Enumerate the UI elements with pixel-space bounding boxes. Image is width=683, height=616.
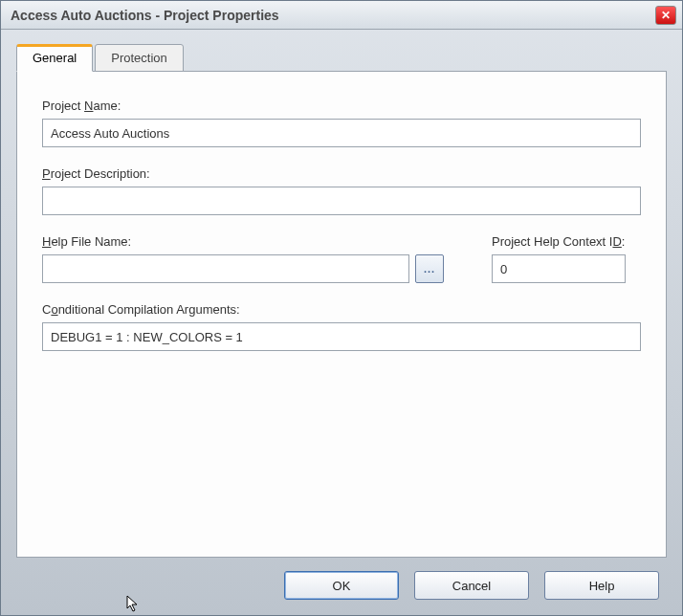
- tab-general[interactable]: General: [16, 44, 93, 72]
- client-area: General Protection Project Name: Project…: [1, 30, 682, 615]
- context-id-field: Project Help Context ID:: [492, 234, 626, 283]
- context-id-input[interactable]: [492, 254, 626, 283]
- cond-comp-field: Conditional Compilation Arguments:: [42, 302, 641, 351]
- ok-button[interactable]: OK: [284, 571, 399, 600]
- help-button[interactable]: Help: [544, 571, 659, 600]
- cond-comp-label: Conditional Compilation Arguments:: [42, 302, 641, 317]
- project-description-input[interactable]: [42, 187, 641, 215]
- browse-button[interactable]: ...: [415, 254, 444, 283]
- project-name-input[interactable]: [42, 119, 641, 147]
- tab-strip: General Protection: [16, 43, 667, 71]
- tab-protection[interactable]: Protection: [95, 44, 184, 72]
- help-file-field: Help File Name: ...: [42, 234, 444, 283]
- close-icon: ✕: [661, 9, 671, 22]
- close-button[interactable]: ✕: [655, 6, 676, 25]
- project-description-label: Project Description:: [42, 166, 641, 181]
- cancel-button[interactable]: Cancel: [414, 571, 529, 600]
- ellipsis-icon: ...: [424, 263, 435, 275]
- tab-label: Protection: [111, 51, 167, 65]
- context-id-label: Project Help Context ID:: [492, 234, 626, 249]
- window-title: Access Auto Auctions - Project Propertie…: [11, 8, 279, 23]
- cond-comp-input[interactable]: [42, 322, 641, 351]
- help-row: Help File Name: ... Project Help Context…: [42, 234, 641, 283]
- help-file-input[interactable]: [42, 254, 409, 283]
- button-bar: OK Cancel Help: [16, 558, 667, 604]
- help-file-label: Help File Name:: [42, 234, 444, 249]
- tab-label: General: [33, 51, 77, 65]
- project-name-label: Project Name:: [42, 99, 641, 113]
- project-name-field: Project Name:: [42, 99, 641, 147]
- dialog-window: Access Auto Auctions - Project Propertie…: [0, 0, 683, 616]
- tab-panel-general: Project Name: Project Description: Help …: [16, 71, 667, 558]
- titlebar: Access Auto Auctions - Project Propertie…: [1, 1, 682, 30]
- project-description-field: Project Description:: [42, 166, 641, 215]
